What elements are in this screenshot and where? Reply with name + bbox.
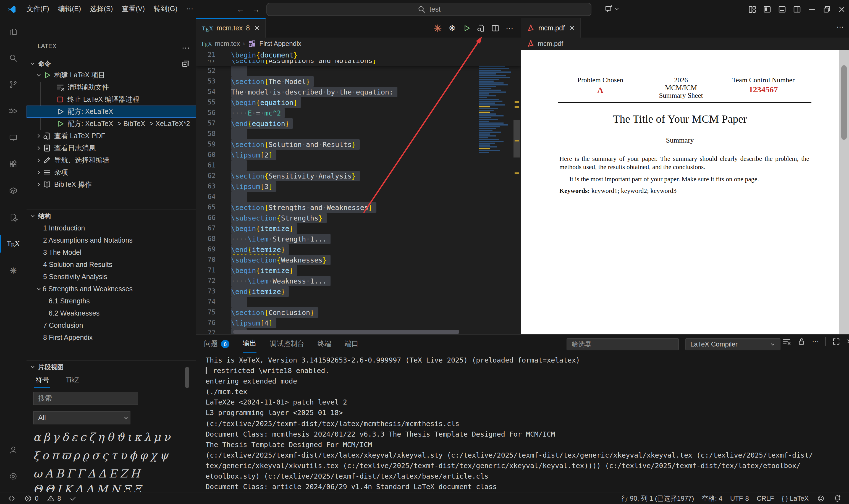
code-line[interactable]: 58 (196, 129, 521, 139)
maximize-panel-icon[interactable] (832, 337, 841, 346)
activity-manage[interactable] (0, 463, 26, 490)
collapse-all-icon[interactable] (181, 59, 190, 68)
snippet-scrollbar[interactable] (185, 367, 189, 388)
tree-item[interactable]: 2 Assumptions and Notations (26, 234, 196, 247)
tree-item[interactable]: 杂项 (26, 166, 196, 179)
tab-mcm-tex[interactable]: TEX mcm.tex 8 ✕ (196, 18, 266, 38)
close-icon[interactable]: ✕ (254, 24, 260, 32)
split-editor-icon[interactable] (491, 23, 500, 32)
tree-item[interactable]: 配方: XeLaTeX -> BibTeX -> XeLaTeX*2 (26, 118, 196, 130)
status-language-mode[interactable]: { } LaTeX (779, 492, 811, 504)
menu-item-0[interactable]: 文件(F) (22, 3, 54, 14)
code-line[interactable]: 71\begin{itemize} (196, 265, 521, 276)
status-format-check[interactable] (66, 492, 80, 504)
code-line[interactable]: 75\section{Conclusion} (196, 307, 521, 318)
status-feedback[interactable] (814, 492, 828, 504)
build-latex-project-icon[interactable] (462, 23, 471, 32)
snippet-search-input[interactable]: 搜索 (33, 392, 138, 405)
code-line[interactable]: 74 (196, 297, 521, 307)
status-errors[interactable]: 0 (21, 492, 41, 504)
section-structure[interactable]: 结构 (26, 210, 196, 222)
tab-mcm-pdf[interactable]: mcm.pdf ✕ (521, 18, 581, 38)
code-line[interactable]: 52 (196, 66, 521, 76)
horizontal-scrollbar[interactable] (233, 330, 459, 334)
code-line[interactable]: 53\section{The·Model} (196, 76, 521, 87)
symbol-row[interactable]: ΘΘIKΛΛMNΞΞ (33, 483, 188, 492)
status-cursor-position[interactable]: 行 90, 列 1 (已选择1977) (618, 492, 697, 504)
activity-extensions[interactable] (0, 151, 26, 177)
panel-tab-调试控制台[interactable]: 调试控制台 (270, 335, 304, 352)
close-panel-icon[interactable]: ✕ (847, 338, 849, 345)
pdf-scrollbar[interactable] (839, 50, 849, 334)
command-center[interactable]: test (267, 3, 592, 16)
pdf-breadcrumb[interactable]: mcm.pdf (521, 38, 849, 50)
activity-run-and-debug[interactable] (0, 98, 26, 124)
code-line[interactable]: 67\begin{itemize} (196, 223, 521, 234)
restore-icon[interactable] (819, 0, 834, 18)
menu-item-3[interactable]: 查看(V) (118, 3, 149, 14)
code-line[interactable]: 64 (196, 192, 521, 202)
tree-item[interactable]: 清理辅助文件 (26, 81, 196, 93)
activity-cpp-tools[interactable] (0, 204, 26, 231)
toggle-sidebar-icon[interactable] (759, 0, 774, 18)
code-line[interactable]: 73\end{itemize} (196, 286, 521, 297)
code-line[interactable]: 55\begin{equation} (196, 97, 521, 108)
view-latex-pdf-icon[interactable] (476, 23, 485, 32)
tree-item[interactable]: 导航、选择和编辑 (26, 154, 196, 166)
symbol-row[interactable]: αβγδεϵζηθϑικλμν (33, 431, 188, 444)
activity-remote-explorer[interactable] (0, 124, 26, 151)
panel-tab-终端[interactable]: 终端 (318, 335, 331, 352)
tree-item[interactable]: 构建 LaTeX 项目 (26, 69, 196, 81)
close-icon[interactable]: ✕ (569, 24, 575, 32)
tree-item[interactable]: 配方: XeLaTeX (26, 106, 196, 118)
snippet-tab-TikZ[interactable]: TikZ (65, 374, 80, 386)
symbol-row[interactable]: ωABΓΓΔΔEZH (33, 467, 188, 480)
activity-source-control[interactable] (0, 71, 26, 98)
code-line[interactable]: 63\lipsum[3] (196, 181, 521, 192)
tree-item[interactable]: 终止 LaTeX 编译器进程 (26, 93, 196, 106)
code-line[interactable]: 56····E·=·mc^2 (196, 108, 521, 118)
breadcrumb[interactable]: TEX mcm.tex › First Appendix (196, 38, 521, 50)
sticky-scroll[interactable]: 21\begin{document} 47\section{Assumption… (196, 50, 521, 66)
panel-tab-问题[interactable]: 问题8 (204, 335, 229, 352)
menu-item-4[interactable]: 转到(G) (149, 3, 182, 14)
code-line[interactable]: 61 (196, 160, 521, 171)
toggle-secondary-sidebar-icon[interactable] (789, 0, 804, 18)
tree-item[interactable]: 6.2 Weaknesses (26, 307, 196, 320)
panel-tab-端口[interactable]: 端口 (345, 335, 359, 352)
pdf-preview-page[interactable]: Problem Chosen A 2026 MCM/ICM Summary Sh… (521, 50, 839, 334)
toggle-panel-icon[interactable] (774, 0, 789, 18)
menu-item-5[interactable]: ⋯ (182, 3, 198, 14)
tree-item[interactable]: 7 Conclusion (26, 320, 196, 331)
activity-accounts[interactable] (0, 436, 26, 463)
status-remote-indicator[interactable] (4, 492, 19, 504)
code-line[interactable]: 68····\item·Strength·1... (196, 234, 521, 244)
tree-item[interactable]: 查看 LaTeX PDF (26, 130, 196, 142)
copilot-chat-button[interactable] (604, 4, 621, 13)
close-window-icon[interactable] (834, 0, 849, 18)
tree-item[interactable]: BibTeX 操作 (26, 179, 196, 191)
code-line[interactable]: 47\section{Assumptions and Notations} (196, 60, 521, 66)
code-editor[interactable]: 5253\section{The·Model}54The·model·is·de… (196, 50, 521, 334)
customize-layout-icon[interactable] (744, 0, 759, 18)
code-line[interactable]: 70\subsection{Weaknesses} (196, 255, 521, 265)
tree-item[interactable]: 查看日志消息 (26, 142, 196, 154)
menu-item-1[interactable]: 编辑(E) (54, 3, 85, 14)
output-channel-select[interactable]: LaTeX Compiler (685, 338, 780, 350)
tree-item[interactable]: 5 Sensitivity Analysis (26, 271, 196, 283)
pdf-scroll-thumb[interactable] (841, 65, 847, 140)
tree-item[interactable]: 4 Solution and Results (26, 259, 196, 271)
overview-ruler[interactable] (513, 50, 521, 334)
tree-item[interactable]: 6.1 Strengths (26, 295, 196, 307)
chatgpt-action-icon[interactable]: ❋ (448, 23, 456, 32)
code-line[interactable]: 59\section{Solution·and·Results} (196, 139, 521, 150)
activity-search[interactable] (0, 45, 26, 71)
activity-chatgpt[interactable]: ❋ (0, 257, 26, 284)
output-filter-input[interactable]: 筛选器 (566, 338, 679, 350)
minimize-icon[interactable] (804, 0, 819, 18)
status-eol[interactable]: CRLF (754, 492, 777, 504)
symbol-grid[interactable]: αβγδεϵζηθϑικλμνξοπϖρϱσςτυϕφχψωABΓΓΔΔEZHΘ… (33, 431, 188, 492)
panel-tab-输出[interactable]: 输出 (243, 335, 256, 353)
code-line[interactable]: 62\section{Sensitivity·Analysis} (196, 171, 521, 181)
symbol-row[interactable]: ξοπϖρϱσςτυϕφχψ (33, 449, 188, 462)
